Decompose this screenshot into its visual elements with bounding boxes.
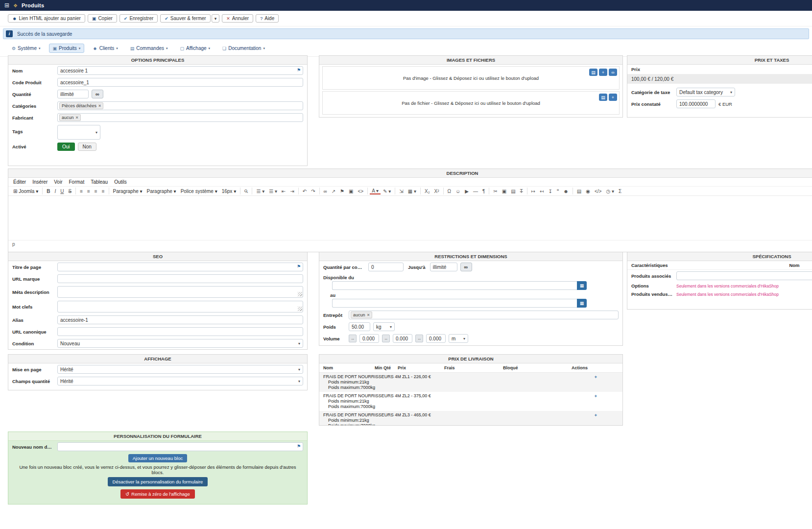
- fullscreen-button[interactable]: ⇲: [397, 188, 405, 194]
- image-button[interactable]: ▣: [347, 188, 355, 194]
- fabricant-field[interactable]: aucun ×: [57, 113, 303, 122]
- url-canonique-input[interactable]: [57, 327, 303, 336]
- alias-input[interactable]: [57, 315, 303, 324]
- highlight-color-button[interactable]: ✎ ▾: [381, 188, 393, 194]
- horizontal-rule-button[interactable]: —: [471, 188, 480, 194]
- preview-button[interactable]: ◉: [584, 188, 592, 194]
- shipping-price-row[interactable]: FRAIS DE PORT NOURRISSEURS 4M ZL1 - 226,…: [319, 373, 622, 392]
- quantite-input[interactable]: [57, 90, 89, 98]
- remove-chip-icon[interactable]: ×: [98, 103, 101, 108]
- textarea-resize-handle[interactable]: [298, 307, 302, 311]
- text-color-button[interactable]: A ▾: [370, 188, 381, 194]
- app-menu-icon[interactable]: ⊞: [4, 2, 9, 8]
- tags-select[interactable]: [57, 125, 100, 140]
- align-center-button[interactable]: ≡: [85, 188, 92, 194]
- subscript-button[interactable]: X₂: [423, 188, 432, 194]
- shipping-price-row[interactable]: FRAIS DE PORT NOURRISSEURS 4M ZL2 - 375,…: [319, 392, 622, 411]
- menu-systeme[interactable]: ⚙ Système ▾: [8, 44, 45, 53]
- editor-menu-editer[interactable]: Éditer: [13, 179, 26, 185]
- calendar-icon[interactable]: ▦: [577, 299, 587, 308]
- dimension-icon[interactable]: ↔: [415, 335, 423, 342]
- poids-unit-select[interactable]: kg: [373, 322, 395, 331]
- file-upload-button[interactable]: +: [609, 94, 617, 101]
- save-button[interactable]: ✔ Enregistrer: [119, 14, 158, 23]
- accessibility-check-button[interactable]: ☻: [561, 188, 571, 194]
- entrepot-field[interactable]: aucun ×: [349, 311, 619, 319]
- disable-form-customization-button[interactable]: Désactiver la personnalisation du formul…: [108, 477, 208, 486]
- image-library-button[interactable]: ▤: [589, 69, 597, 76]
- print-button[interactable]: ▤: [575, 188, 583, 194]
- superscript-button[interactable]: X²: [432, 188, 441, 194]
- save-close-button[interactable]: ✔ Sauver & fermer: [160, 14, 210, 23]
- file-dropzone[interactable]: ▤ + Pas de fichier - Glissez & Déposez i…: [322, 91, 620, 115]
- bold-button[interactable]: B: [45, 188, 52, 194]
- cancel-button[interactable]: ✕ Annuler: [222, 14, 253, 23]
- price-row[interactable]: 100,00 € / 120,00 €: [627, 74, 812, 84]
- image-link-button[interactable]: ∞: [609, 69, 617, 76]
- copy-content-button[interactable]: ▣: [500, 188, 508, 194]
- italic-button[interactable]: I: [52, 188, 58, 194]
- blockquote-button[interactable]: “: [555, 189, 561, 194]
- media-button[interactable]: ▶: [463, 188, 471, 194]
- remove-chip-icon[interactable]: ×: [76, 115, 78, 120]
- copy-button[interactable]: ▣ Copier: [88, 14, 117, 23]
- volume-z-input[interactable]: [426, 334, 446, 343]
- add-shipping-price-button[interactable]: +: [595, 375, 597, 380]
- translate-flag-icon[interactable]: ⚑: [297, 444, 301, 449]
- editor-menu-voir[interactable]: Voir: [54, 179, 62, 185]
- categories-field[interactable]: Pièces détachées ×: [57, 101, 303, 110]
- volume-y-input[interactable]: [393, 334, 412, 343]
- bookmark-button[interactable]: ⚑: [338, 188, 346, 194]
- add-bloc-button[interactable]: Ajouter un nouveau bloc: [128, 454, 187, 462]
- calendar-icon[interactable]: ▦: [577, 281, 587, 290]
- formula-button[interactable]: Σ: [617, 188, 623, 194]
- meta-description-input[interactable]: [57, 286, 303, 298]
- unlimited-max-button[interactable]: ∞: [460, 263, 472, 271]
- dimension-icon[interactable]: ↔: [382, 335, 390, 342]
- editor-body[interactable]: [8, 196, 812, 240]
- undo-button[interactable]: ↶: [301, 188, 309, 194]
- bullet-list-button[interactable]: ☰ ▾: [254, 188, 266, 194]
- emoticons-button[interactable]: ☺: [454, 188, 462, 194]
- download-button[interactable]: ↧: [547, 188, 554, 194]
- url-marque-input[interactable]: [57, 274, 303, 283]
- editor-menu-inserer[interactable]: Insérer: [32, 179, 48, 185]
- menu-affichage[interactable]: ▢ Affichage ▾: [176, 44, 215, 53]
- indent-button[interactable]: ⇥: [288, 188, 296, 194]
- cut-button[interactable]: ✂: [491, 188, 499, 194]
- menu-commandes[interactable]: ▤ Commandes ▾: [126, 44, 172, 53]
- strikethrough-button[interactable]: S: [66, 188, 73, 194]
- insert-datetime-button[interactable]: ◷ ▾: [604, 188, 616, 194]
- produits-associes-input[interactable]: [676, 271, 812, 280]
- rtl-button[interactable]: ↤: [538, 188, 546, 194]
- redo-button[interactable]: ↷: [309, 188, 317, 194]
- align-left-button[interactable]: ≡: [78, 188, 85, 194]
- translate-flag-icon[interactable]: ⚑: [297, 68, 301, 72]
- code-sample-button[interactable]: </>: [593, 188, 603, 194]
- save-close-dropdown-toggle[interactable]: ▾: [212, 14, 220, 23]
- ltr-button[interactable]: ↦: [529, 188, 537, 194]
- style-select[interactable]: Paragraphe ▾: [145, 188, 178, 194]
- search-replace-button[interactable]: ⚲: [241, 187, 251, 196]
- menu-clients[interactable]: ☻ Clients ▾: [89, 44, 122, 53]
- active-non-button[interactable]: Non: [78, 143, 96, 151]
- entrepot-chip[interactable]: aucun ×: [351, 312, 372, 318]
- unlimited-quantity-button[interactable]: ∞: [92, 90, 103, 98]
- fabricant-chip[interactable]: aucun ×: [59, 114, 81, 121]
- reset-display-button[interactable]: ↺ Remise à zéro de l'affichage: [120, 489, 194, 499]
- nouveau-nom-bloc-input[interactable]: [57, 442, 303, 451]
- volume-unit-select[interactable]: m: [449, 334, 468, 343]
- remove-chip-icon[interactable]: ×: [367, 313, 370, 317]
- code-produit-input[interactable]: [57, 78, 303, 87]
- poids-input[interactable]: [349, 322, 370, 331]
- image-upload-button[interactable]: +: [599, 69, 607, 76]
- help-button[interactable]: ? Aide: [256, 14, 279, 23]
- special-character-button[interactable]: Ω: [446, 188, 453, 194]
- html-link-cart-button[interactable]: ☻ Lien HTML ajouter au panier: [8, 14, 85, 23]
- underline-button[interactable]: U: [58, 188, 66, 194]
- tax-category-select[interactable]: Default tax category: [676, 88, 735, 96]
- volume-x-input[interactable]: [359, 334, 379, 343]
- numbered-list-button[interactable]: ☰ ▾: [267, 188, 279, 194]
- quantite-max-input[interactable]: [430, 263, 457, 271]
- add-shipping-price-button[interactable]: +: [595, 413, 597, 418]
